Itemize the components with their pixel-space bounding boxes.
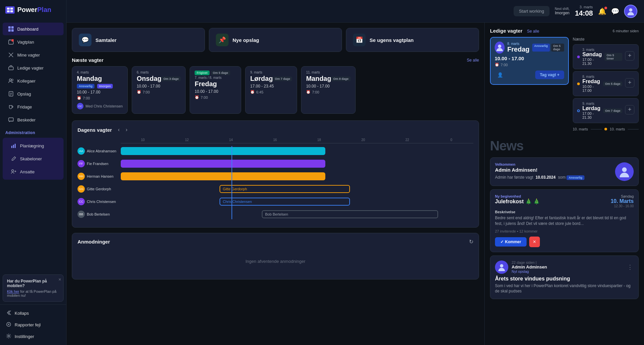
shift-card-lordag[interactable]: 9. marts Lørdag Om 7 dage 17.00 - 23.45 … [245, 66, 297, 114]
user-avatar-btn[interactable] [624, 5, 637, 18]
shift-card-mandag2[interactable]: 11. marts Mandag Om 8 dage 10.00 - 17.00… [301, 66, 356, 114]
sidebar-item-dashboard[interactable]: Dashboard [3, 23, 64, 35]
person-details-btn[interactable]: 👤 [495, 70, 505, 80]
naeste-add-btn-3[interactable]: + [625, 105, 634, 114]
alice-bar[interactable] [121, 147, 325, 155]
chat-btn[interactable]: 💬 [611, 7, 619, 15]
bob-bar-area: Bob Bertelsen [121, 209, 473, 219]
quick-card-vagtplan[interactable]: 📅 Se ugens vagtplan [346, 28, 479, 52]
sidebar-bottom: Kollaps Rapporter fejl I [0, 304, 66, 345]
ledige-vagter-section: Ledige vagter Se alle 6 minutter siden [490, 28, 639, 133]
tag-vagt-btn[interactable]: Tag vagt + [535, 71, 564, 79]
ledige-card-big[interactable]: 8. marts Fredag Ansvarlig Om 5 dage 10.0… [490, 37, 569, 85]
sidebar-item-label: Ansatte [20, 169, 35, 174]
vagtplan-label: Se ugens vagtplan [370, 37, 414, 43]
chris-avatar: CC [78, 198, 85, 205]
svg-point-29 [498, 45, 501, 48]
shift-card-onsdag[interactable]: 6. marts Onsdag Om 3 dage 10.00 - 17.00 … [132, 66, 186, 114]
sidebar-item-label: Opslag [17, 91, 31, 96]
shift-card-fredag-frigivet[interactable]: Frigivet Om 5 dage 7. marts / 8. marts F… [190, 66, 241, 114]
sidebar-item-kollegaer[interactable]: Kollegaer [3, 75, 64, 87]
naeste-add-btn-2[interactable]: + [625, 78, 634, 87]
naeste-dot-4 [604, 128, 607, 130]
naeste-item-1[interactable]: 3. marts Søndag 17.00 - 21.30 Om 5 timer… [573, 44, 639, 69]
bar-chart-icon [11, 143, 17, 149]
requests-section: Anmodninger ↻ Ingen afventende anmodning… [72, 233, 479, 279]
herman-bar[interactable] [121, 172, 325, 180]
event-date-time: 12.30 - 16.00 [611, 204, 634, 208]
ledige-vagter-header: Ledige vagter Se alle 6 minutter siden [490, 28, 639, 34]
chris-bar[interactable]: Chris Christensen [220, 198, 350, 206]
herman-name: Herman Hansen [87, 174, 113, 178]
svg-point-23 [12, 170, 14, 172]
bob-bar[interactable]: Bob Bertelsen [262, 210, 438, 218]
sidebar-item-label: Fridage [17, 104, 32, 109]
sidebar-item-ledige-vagter[interactable]: Ledige vagter [3, 62, 64, 74]
promo-close-btn[interactable]: × [59, 277, 61, 282]
refresh-btn[interactable]: ↻ [469, 239, 473, 245]
notification-btn[interactable]: 🔔 [598, 7, 606, 15]
quick-card-samtaler[interactable]: 💬 Samtaler [72, 28, 205, 52]
event-header: Ny begivenhed Julefrokost 🎄 🎄 Søndag 10.… [495, 194, 634, 208]
event-afvis-btn[interactable]: × [529, 237, 540, 247]
sidebar-item-mine-vagter[interactable]: Mine vagter [3, 49, 64, 61]
gantt-row-alice: AA Alice Abrahamsen [78, 146, 473, 156]
naeste-dot-1 [577, 56, 580, 58]
svg-rect-6 [8, 29, 11, 32]
shift-badge: Om 3 dage [161, 77, 181, 81]
svg-rect-7 [11, 29, 14, 32]
svg-rect-22 [15, 144, 16, 148]
sidebar-item-fridage[interactable]: Fridage [3, 100, 64, 113]
gantt-next-btn[interactable]: › [124, 126, 129, 133]
naeste-badge-2: Om 5 dage [603, 82, 622, 86]
sidebar-item-opslag[interactable]: Opslag [3, 87, 64, 100]
sidebar-item-planlægning[interactable]: Planlægning [5, 139, 61, 152]
grid-icon [8, 26, 14, 32]
naeste-date-1: 3. marts Søndag 17.00 - 21.30 [582, 48, 602, 66]
shift-date: 9. marts [250, 71, 292, 74]
gantt-row-herman: HH Herman Hansen [78, 171, 473, 181]
sidebar-item-ansatte[interactable]: Ansatte [5, 165, 61, 178]
naeste-item-2[interactable]: 8. marts Fredag 10.00 - 17.00 Om 5 dage … [573, 71, 639, 96]
mobile-promo: × Har du PowerPlan på mobilen? Klik her … [3, 274, 64, 302]
naeste-item-3[interactable]: 9. marts Lørdag 17.00 - 21.30 Om 7 dage … [573, 98, 639, 123]
gantt-prev-btn[interactable]: ‹ [116, 126, 121, 133]
post-more-btn[interactable]: ⋮ [627, 263, 634, 271]
shift-time: 17.00 - 23.45 [250, 84, 292, 88]
sidebar-settings-btn[interactable]: Instillinger [3, 331, 64, 342]
sidebar: PowerPlan Dashboard [0, 0, 67, 345]
sidebar-item-beskeder[interactable]: Beskeder [3, 113, 64, 126]
current-time-line [232, 146, 232, 219]
event-kommer-btn[interactable]: ✓ Kommer [495, 237, 527, 247]
start-working-btn[interactable]: Start working [514, 6, 550, 16]
naeste-add-btn-1[interactable]: + [625, 51, 634, 61]
event-date-badge: Søndag 10. Marts 12.30 - 16.00 [611, 194, 634, 208]
news-welcome-inner: Velkommen Admin Adminsen! Admin har førs… [495, 162, 634, 181]
quick-card-opslag[interactable]: 📌 Nye opslag [209, 28, 342, 52]
sidebar-item-vagtplan[interactable]: Vagtplan [3, 36, 64, 48]
promo-link[interactable]: Klik her [7, 289, 19, 293]
gantt-title: Dagens vagter [78, 127, 112, 133]
sidebar-report-btn[interactable]: Rapporter fejl [3, 319, 64, 331]
shift-card-mandag[interactable]: 4. marts Mandag Ansvarlig Imorgen 10.00 … [72, 66, 128, 114]
bob-avatar: BB [78, 211, 85, 218]
sidebar-item-skabeloner[interactable]: Skabeloner [5, 152, 61, 165]
svg-point-14 [12, 79, 13, 81]
shift-badge-frigivet: Frigivet [195, 71, 210, 75]
next-shifts-see-all[interactable]: Se alle [467, 58, 479, 63]
event-date-big: 10. Marts [611, 198, 634, 204]
shift-badge-ansvarlig: Ansvarlig [77, 84, 94, 88]
ledige-vagter-see-all[interactable]: Se alle [527, 29, 539, 34]
bug-icon [6, 322, 11, 328]
alice-bar-area [121, 146, 473, 156]
gitte-bar[interactable]: Gitte Gerdorph [220, 185, 350, 193]
quick-cards-row: 💬 Samtaler 📌 Nye opslag 📅 Se ugens vagtp… [72, 28, 479, 52]
promo-body: Klik her for at få PowerPlan på mobilen … [7, 289, 59, 297]
shift-badge: Om 8 dage [331, 77, 351, 81]
checkmark-icon: ✓ [500, 240, 504, 244]
naeste-date-4: 10. marts [573, 127, 588, 131]
shift-day: Fredag [195, 80, 236, 88]
naeste-badge-3: Om 7 dage [603, 108, 622, 113]
sidebar-collapse-btn[interactable]: Kollaps [3, 307, 64, 319]
fie-bar[interactable] [121, 160, 325, 168]
